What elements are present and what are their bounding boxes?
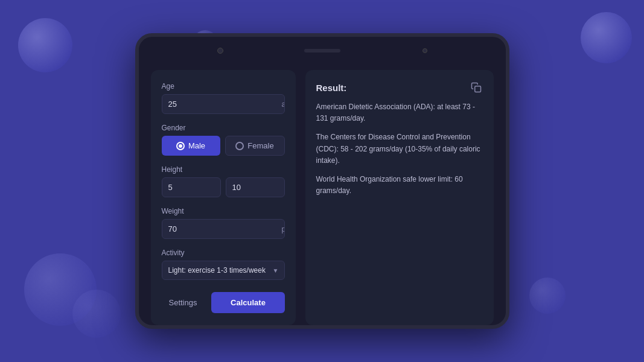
tablet-device: Age ages: 15 - 80 Gender Male <box>135 33 509 329</box>
height-inches-wrapper: inches <box>226 177 285 197</box>
result-panel: Result: American Dietetic Association (A… <box>305 70 494 325</box>
age-hint: ages: 15 - 80 <box>276 100 285 109</box>
weight-label: Weight <box>162 207 285 215</box>
bg-decoration-circle-1 <box>18 18 72 72</box>
gender-male-label: Male <box>188 141 205 150</box>
activity-field-group: Activity Sedentary: little or no exercis… <box>162 249 285 280</box>
calculate-button[interactable]: Calculate <box>211 292 284 313</box>
settings-button[interactable]: Settings <box>162 293 205 312</box>
gender-female-label: Female <box>247 141 273 150</box>
height-inputs-row: feet inches <box>162 177 285 197</box>
bg-decoration-circle-3 <box>581 12 632 63</box>
activity-label: Activity <box>162 249 285 257</box>
activity-select[interactable]: Sedentary: little or no exercise Light: … <box>162 261 285 280</box>
female-radio-icon <box>235 142 244 150</box>
svg-rect-0 <box>474 86 480 92</box>
age-input[interactable] <box>162 95 276 113</box>
form-panel: Age ages: 15 - 80 Gender Male <box>151 70 296 325</box>
result-content: American Dietetic Association (ADA): at … <box>316 101 483 197</box>
weight-input-wrapper: pounds <box>162 219 285 239</box>
height-feet-wrapper: feet <box>162 177 221 197</box>
age-input-wrapper: ages: 15 - 80 <box>162 94 285 114</box>
result-ada: American Dietetic Association (ADA): at … <box>316 101 483 124</box>
gender-label: Gender <box>162 124 285 132</box>
weight-unit: pounds <box>276 225 285 233</box>
weight-field-group: Weight pounds <box>162 207 285 239</box>
male-radio-icon <box>176 142 185 150</box>
tablet-speaker <box>304 49 340 52</box>
result-who: World Health Organization safe lower lim… <box>316 174 483 197</box>
age-field-group: Age ages: 15 - 80 <box>162 82 285 114</box>
gender-options: Male Female <box>162 136 285 156</box>
age-label: Age <box>162 82 285 91</box>
height-field-group: Height feet inches <box>162 165 285 197</box>
male-radio-inner <box>179 144 182 148</box>
activity-select-wrapper: Sedentary: little or no exercise Light: … <box>162 261 285 280</box>
tablet-front-camera <box>422 48 427 53</box>
bg-decoration-circle-5 <box>72 290 121 338</box>
result-cdc: The Centers for Disease Control and Prev… <box>316 132 483 167</box>
height-feet-input[interactable] <box>162 178 221 197</box>
copy-icon[interactable] <box>470 81 483 94</box>
button-row: Settings Calculate <box>162 292 285 313</box>
tablet-screen: Age ages: 15 - 80 Gender Male <box>139 64 506 337</box>
gender-male-option[interactable]: Male <box>162 136 220 156</box>
result-header: Result: <box>316 81 483 94</box>
tablet-top-bar <box>139 37 506 64</box>
height-label: Height <box>162 165 285 174</box>
height-inches-input[interactable] <box>226 178 285 197</box>
tablet-camera <box>217 48 223 54</box>
gender-female-option[interactable]: Female <box>225 136 285 156</box>
weight-input[interactable] <box>162 220 276 238</box>
bg-decoration-circle-6 <box>529 278 566 314</box>
gender-field-group: Gender Male Female <box>162 124 285 156</box>
result-title: Result: <box>316 83 347 93</box>
